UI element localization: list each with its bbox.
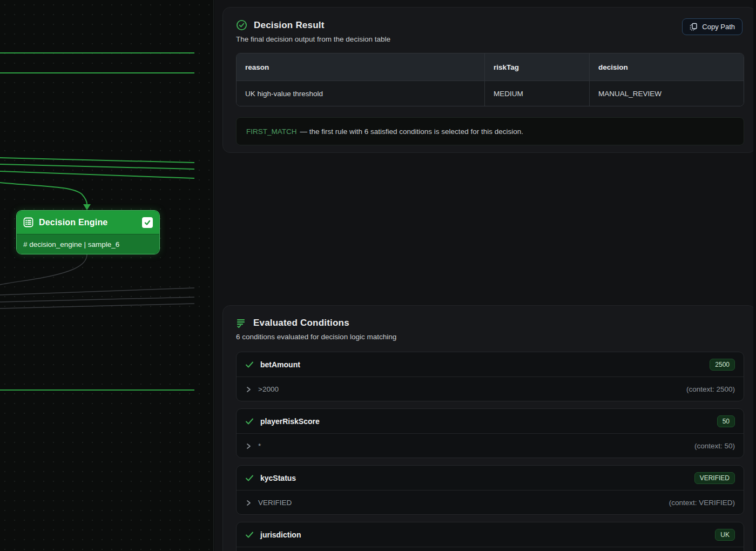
section-title: Decision Result [254, 20, 325, 31]
section-subtitle: The final decision output from the decis… [236, 35, 742, 43]
condition-card-playerriskscore: playerRiskScore 50 * (context: 50) [236, 408, 744, 458]
condition-value-badge: 50 [717, 415, 735, 427]
condition-header-row: betAmount 2500 [237, 352, 744, 377]
hit-policy-text: — the first rule with 6 satisfied condit… [300, 127, 523, 136]
node-subtitle: # decision_engine | sample_6 [23, 240, 119, 248]
condition-context: (context: VERIFIED) [669, 499, 735, 507]
condition-card-betamount: betAmount 2500 >2000 (context: 2500) [236, 352, 744, 401]
check-circle-icon [236, 19, 247, 31]
flow-canvas[interactable]: Decision Engine # decision_engine | samp… [0, 0, 214, 551]
cell-reason: UK high-value threshold [237, 80, 485, 106]
condition-value-badge: VERIFIED [694, 472, 735, 484]
copy-path-label: Copy Path [702, 23, 735, 31]
condition-value-badge: UK [715, 529, 735, 541]
decision-table-header-row: reason riskTag decision [237, 53, 744, 80]
cell-decision: MANUAL_REVIEW [590, 80, 744, 106]
check-icon [245, 360, 254, 369]
cell-risktag: MEDIUM [485, 80, 590, 106]
condition-field-name: kycStatus [260, 474, 688, 482]
condition-expression: VERIFIED [258, 499, 663, 507]
copy-icon [690, 23, 698, 31]
condition-expression: * [258, 442, 688, 450]
decision-result-section: Decision Result The final decision outpu… [222, 7, 756, 153]
inspector-panel: Decision Result The final decision outpu… [214, 0, 756, 551]
condition-detail-row[interactable]: * (context: 50) [237, 434, 744, 458]
condition-detail-row[interactable]: >2000 (context: 2500) [237, 377, 744, 401]
evaluated-conditions-section: Evaluated Conditions 6 conditions evalua… [222, 305, 756, 551]
condition-detail-row[interactable]: UK (context: UK) [237, 547, 744, 551]
section-title: Evaluated Conditions [253, 318, 349, 328]
table-icon [23, 217, 33, 227]
condition-card-kycstatus: kycStatus VERIFIED VERIFIED (context: VE… [236, 465, 744, 515]
decision-table-row: UK high-value threshold MEDIUM MANUAL_RE… [237, 80, 744, 106]
hit-policy-mode: FIRST_MATCH [246, 127, 297, 136]
condition-expression: >2000 [258, 385, 680, 393]
node-checkbox[interactable] [142, 217, 153, 228]
graph-edges [0, 0, 214, 551]
column-header-decision: decision [590, 53, 744, 80]
check-icon [245, 474, 254, 482]
copy-path-button[interactable]: Copy Path [682, 18, 742, 35]
condition-field-name: jurisdiction [260, 530, 708, 539]
condition-context: (context: 2500) [686, 385, 735, 393]
node-title: Decision Engine [39, 218, 137, 227]
chevron-right-icon [245, 500, 252, 506]
condition-field-name: playerRiskScore [260, 417, 711, 426]
chevron-right-icon [245, 443, 252, 449]
section-subtitle: 6 conditions evaluated for decision logi… [236, 333, 742, 341]
hit-policy-callout: FIRST_MATCH — the first rule with 6 sati… [236, 117, 744, 145]
condition-detail-row[interactable]: VERIFIED (context: VERIFIED) [237, 490, 744, 515]
decision-engine-node[interactable]: Decision Engine # decision_engine | samp… [16, 210, 160, 254]
condition-card-jurisdiction: jurisdiction UK UK (context: UK) [236, 522, 744, 551]
condition-field-name: betAmount [260, 360, 703, 369]
node-body: # decision_engine | sample_6 [17, 234, 159, 254]
decision-result-header: Decision Result [236, 8, 742, 31]
condition-context: (context: 50) [694, 442, 735, 450]
window-right-edge [753, 0, 756, 551]
condition-value-badge: 2500 [710, 359, 735, 371]
evaluated-conditions-header: Evaluated Conditions [236, 306, 742, 328]
condition-list: betAmount 2500 >2000 (context: 2500) [236, 352, 742, 551]
condition-header-row: playerRiskScore 50 [237, 409, 744, 434]
decision-table: reason riskTag decision UK high-value th… [236, 53, 744, 106]
column-header-reason: reason [237, 53, 485, 80]
node-header: Decision Engine [17, 211, 159, 234]
check-icon [245, 417, 254, 426]
app-window: Decision Engine # decision_engine | samp… [0, 0, 756, 551]
check-icon [245, 530, 254, 539]
column-header-risktag: riskTag [485, 53, 590, 80]
condition-header-row: kycStatus VERIFIED [237, 466, 744, 490]
condition-header-row: jurisdiction UK [237, 522, 744, 547]
chevron-right-icon [245, 386, 252, 393]
list-checks-icon [236, 318, 247, 328]
